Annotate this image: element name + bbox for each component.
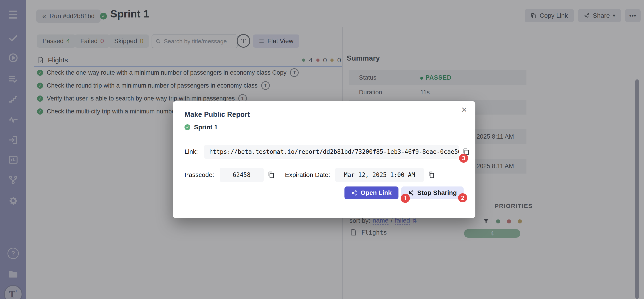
share-slash-icon xyxy=(408,190,414,196)
link-row: Link: https://beta.testomat.io/report/dd… xyxy=(184,145,470,159)
copy-expiration-icon-button[interactable] xyxy=(428,171,435,179)
copy-passcode-icon-button[interactable] xyxy=(267,171,275,179)
link-label: Link: xyxy=(184,148,198,156)
report-link-field[interactable]: https://beta.testomat.io/report/dd2b81bd… xyxy=(204,145,458,159)
annotation-badge-2: 2 xyxy=(458,193,467,202)
passcode-label: Passcode: xyxy=(184,171,214,178)
open-link-button[interactable]: Open Link xyxy=(344,186,398,199)
passcode-row: Passcode: 62458 Expiration Date: Mar 12,… xyxy=(184,168,435,182)
annotation-badge-3: 3 xyxy=(459,154,468,163)
copy-icon xyxy=(428,171,435,179)
app-window: ☰ ? xyxy=(0,0,644,299)
modal-actions: Open Link Stop Sharing xyxy=(173,186,464,199)
share-icon xyxy=(351,190,358,196)
stop-sharing-button[interactable]: Stop Sharing xyxy=(401,186,464,199)
modal-run-name: Sprint 1 xyxy=(194,124,218,131)
modal-title: Make Public Report xyxy=(184,110,250,119)
close-icon[interactable]: ✕ xyxy=(461,106,467,114)
expiration-field[interactable]: Mar 12, 2025 1:00 AM xyxy=(335,168,424,182)
make-public-report-modal: ✕ Make Public Report ✓ Sprint 1 Link: ht… xyxy=(173,101,476,218)
annotation-badge-1: 1 xyxy=(401,194,410,203)
expiration-label: Expiration Date: xyxy=(285,171,330,178)
modal-run-name-row: ✓ Sprint 1 xyxy=(184,124,218,131)
run-passed-check-icon: ✓ xyxy=(184,124,190,130)
passcode-field[interactable]: 62458 xyxy=(220,168,264,182)
copy-icon xyxy=(267,171,275,179)
